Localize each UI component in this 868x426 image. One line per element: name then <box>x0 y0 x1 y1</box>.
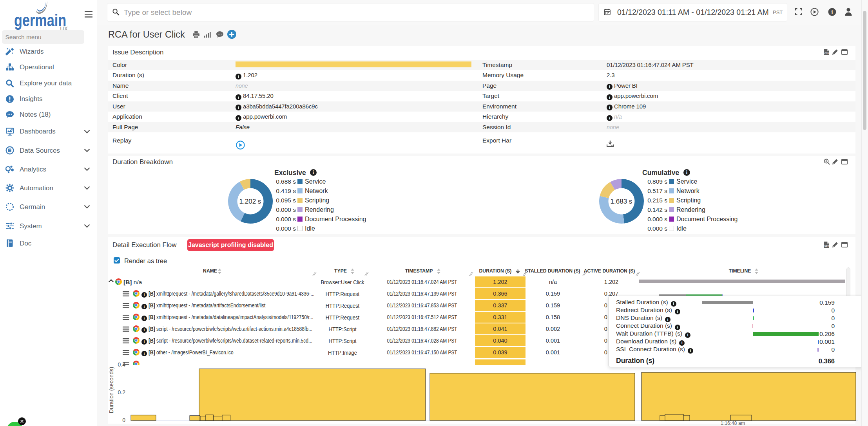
svg-text:0.2: 0.2 <box>118 389 126 395</box>
svg-text:Duration (seconds): Duration (seconds) <box>108 367 114 413</box>
svg-text:CSV: CSV <box>825 245 829 247</box>
svg-text:1:16:48 am: 1:16:48 am <box>721 421 745 426</box>
svg-text:i: i <box>832 9 833 15</box>
svg-text:0: 0 <box>122 417 125 423</box>
svg-text:CSV: CSV <box>825 52 829 54</box>
svg-text:0.4: 0.4 <box>118 362 126 368</box>
